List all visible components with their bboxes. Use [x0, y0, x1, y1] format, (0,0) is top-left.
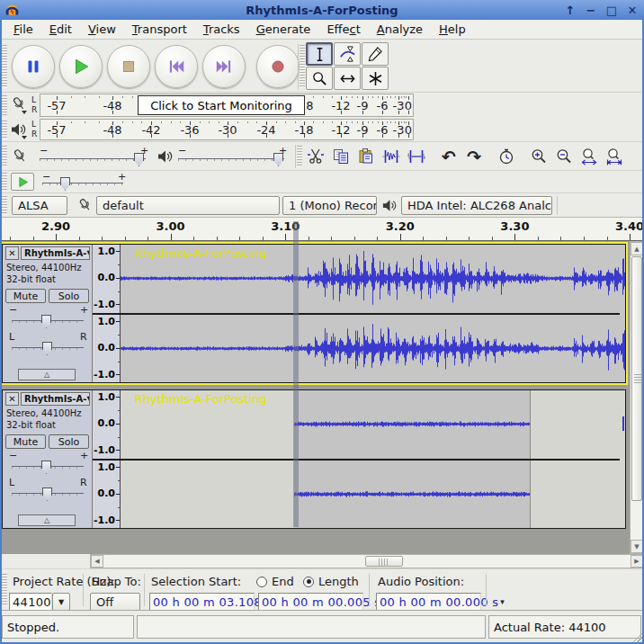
monitoring-tooltip[interactable]: Click to Start Monitoring: [138, 95, 305, 115]
trim-audio-button[interactable]: [380, 146, 403, 167]
recording-device-select[interactable]: default: [96, 196, 280, 215]
selection-toolbar-grip[interactable]: [2, 574, 7, 606]
radio-end-icon[interactable]: [256, 577, 267, 587]
menu-generate[interactable]: Generate: [248, 21, 319, 38]
redo-button[interactable]: ↷: [462, 146, 486, 167]
menu-transport[interactable]: Transport: [124, 21, 195, 38]
play-button[interactable]: [59, 45, 103, 88]
scroll-right-icon[interactable]: ▶: [631, 555, 643, 568]
playback-device-select[interactable]: HDA Intel: ALC268 Analc: [401, 196, 552, 215]
copy-button[interactable]: [329, 146, 353, 167]
recording-channels-select[interactable]: 1 (Mono) Recor: [282, 196, 377, 215]
recording-meter-grip[interactable]: [2, 95, 7, 115]
solo-button[interactable]: Solo: [49, 434, 89, 449]
menu-file[interactable]: File: [5, 21, 41, 38]
gain-thumb[interactable]: [41, 315, 51, 328]
menu-edit[interactable]: Edit: [41, 21, 80, 38]
minimize-icon[interactable]: −: [585, 4, 597, 17]
horizontal-scrollbar[interactable]: ◀ ▶: [90, 554, 644, 568]
zoom-in-button[interactable]: [527, 146, 550, 167]
play-at-speed-button[interactable]: [11, 173, 34, 191]
fit-project-button[interactable]: [603, 146, 626, 167]
zoom-out-button[interactable]: [552, 146, 576, 167]
meter-minor-tick: [171, 121, 172, 123]
gain-thumb[interactable]: [41, 461, 51, 474]
silence-audio-button[interactable]: [405, 146, 428, 167]
radio-length[interactable]: Length: [303, 575, 359, 588]
transcription-toolbar-grip[interactable]: [2, 173, 7, 191]
selection-tool-button[interactable]: [306, 42, 333, 66]
draw-tool-button[interactable]: [362, 42, 389, 66]
sync-lock-button[interactable]: [495, 146, 518, 167]
edit-toolbar-grip[interactable]: [297, 146, 302, 167]
scroll-up-icon[interactable]: ▲: [631, 242, 643, 255]
playback-volume-thumb[interactable]: [273, 153, 283, 166]
radio-end[interactable]: End: [256, 575, 294, 588]
scroll-left-icon[interactable]: ◀: [91, 555, 103, 568]
audio-position-field[interactable]: 00 h 00 m 00.000 s▾: [376, 593, 481, 611]
envelope-tool-button[interactable]: [334, 42, 361, 66]
menu-help[interactable]: Help: [431, 21, 474, 38]
audio-host-select[interactable]: ALSA: [12, 196, 67, 215]
project-rate-dropdown-icon[interactable]: ▼: [52, 593, 70, 611]
cut-button[interactable]: [304, 146, 327, 167]
title-bar[interactable]: RhythmIs-A-ForPosting ↑−□✕: [0, 0, 644, 20]
tools-toolbar-grip[interactable]: [300, 45, 305, 88]
skip-start-button[interactable]: [155, 45, 198, 88]
snap-to-select[interactable]: Off: [90, 593, 140, 611]
meter-dropdown-icon[interactable]: [22, 136, 27, 139]
transport-toolbar-grip[interactable]: [2, 45, 7, 88]
track-menu-button[interactable]: RhythmIs-A-▼: [21, 246, 90, 260]
recording-volume-thumb[interactable]: [134, 153, 144, 166]
scroll-down-icon[interactable]: ▼: [631, 540, 643, 553]
device-toolbar-grip[interactable]: [2, 196, 7, 215]
zoom-tool-button[interactable]: [306, 67, 333, 90]
selection-length-field[interactable]: 00 h 00 m 00.005 s▾: [258, 593, 363, 611]
menu-view[interactable]: View: [80, 21, 124, 38]
timeshift-tool-button[interactable]: [334, 67, 361, 90]
timeline-minor-tick: [446, 237, 447, 240]
vertical-scroll-thumb[interactable]: [631, 256, 642, 501]
close-track-icon[interactable]: ✕: [5, 392, 19, 406]
play-speed-slider[interactable]: [42, 183, 123, 185]
track-1[interactable]: ✕ RhythmIs-A-▼ Stereo, 44100Hz 32-bit fl…: [0, 242, 628, 385]
project-rate-value[interactable]: 44100: [9, 593, 52, 611]
menu-analyze[interactable]: Analyze: [369, 21, 431, 38]
mixer-toolbar-grip[interactable]: [2, 146, 7, 167]
undo-button[interactable]: ↶: [437, 146, 461, 167]
fit-selection-button[interactable]: [577, 146, 601, 167]
pan-thumb[interactable]: [42, 342, 52, 355]
horizontal-scroll-thumb[interactable]: [365, 556, 403, 567]
multi-tool-button[interactable]: [362, 67, 389, 90]
solo-button[interactable]: Solo: [49, 289, 89, 303]
paste-button[interactable]: [354, 146, 378, 167]
mute-button[interactable]: Mute: [5, 289, 46, 303]
shade-icon[interactable]: ↑: [564, 4, 577, 17]
playback-meter-grip[interactable]: [2, 121, 7, 139]
chevron-down-icon[interactable]: ▾: [500, 597, 505, 606]
playback-volume-slider[interactable]: [178, 158, 284, 161]
track-2[interactable]: ✕ RhythmIs-A-▼ Stereo, 44100Hz 32-bit fl…: [0, 388, 628, 531]
stop-button[interactable]: [107, 45, 150, 88]
collapse-track-button[interactable]: △: [18, 369, 76, 380]
close-icon[interactable]: ✕: [626, 4, 639, 17]
skip-end-button[interactable]: [202, 45, 246, 88]
maximize-icon[interactable]: □: [605, 4, 618, 17]
play-speed-thumb[interactable]: [60, 177, 70, 191]
playback-meter[interactable]: -57-48-42-36-30-24-18-12-9-6-30: [40, 119, 414, 140]
selection-start-field[interactable]: 00 h 00 m 03.108 s▾: [149, 593, 255, 611]
record-button[interactable]: [256, 45, 300, 88]
track-menu-button[interactable]: RhythmIs-A-▼: [21, 392, 90, 406]
mute-button[interactable]: Mute: [5, 434, 46, 449]
radio-length-icon[interactable]: [303, 577, 314, 587]
collapse-track-button[interactable]: △: [18, 514, 76, 526]
menu-tracks[interactable]: Tracks: [195, 21, 248, 38]
pan-thumb[interactable]: [42, 487, 52, 501]
pause-button[interactable]: [12, 45, 55, 88]
meter-dropdown-icon[interactable]: [22, 111, 27, 114]
close-track-icon[interactable]: ✕: [5, 246, 19, 260]
meter-tick: [266, 134, 267, 138]
timeline-ruler[interactable]: 2.903.003.103.203.303.40: [0, 218, 644, 241]
recording-volume-slider[interactable]: [40, 158, 146, 161]
menu-effect[interactable]: Effect: [318, 21, 368, 38]
